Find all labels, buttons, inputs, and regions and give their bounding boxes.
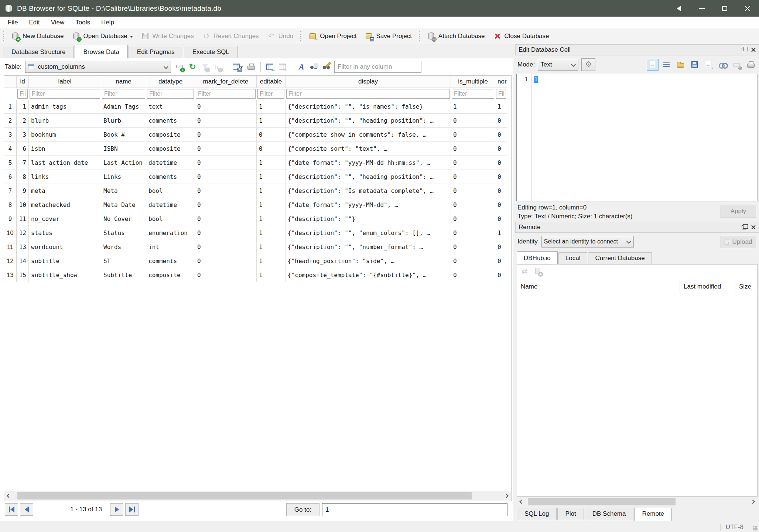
sort-records-button[interactable]: − — [213, 62, 222, 71]
column-header-name[interactable]: name — [101, 76, 146, 88]
column-header-normalized[interactable]: normalized — [495, 76, 507, 88]
cell-normalized[interactable]: 0 — [495, 240, 507, 254]
cell-id[interactable]: 14 — [17, 254, 29, 268]
filter-input-display[interactable] — [286, 89, 450, 99]
cell-display[interactable]: {"description": "", "number_format": … — [286, 240, 451, 254]
cell-name[interactable]: ISBN — [101, 142, 146, 156]
cell-editable[interactable]: 1 — [257, 268, 286, 282]
cell-datatype[interactable]: bool — [146, 184, 195, 198]
revert-changes-button[interactable]: Revert Changes — [198, 30, 263, 43]
cell-normalized[interactable]: 0 — [495, 114, 507, 128]
column-header-label[interactable]: label — [29, 76, 101, 88]
cell-id[interactable]: 11 — [17, 212, 29, 226]
cell-editable[interactable]: 1 — [257, 226, 286, 240]
mode-select[interactable]: Text — [538, 59, 578, 71]
scroll-right-icon[interactable] — [748, 497, 758, 506]
cell-label[interactable]: subtitle_show — [29, 268, 101, 282]
cell-editable[interactable]: 1 — [257, 254, 286, 268]
tab-execute-sql[interactable]: Execute SQL — [184, 46, 238, 58]
cell-label[interactable]: meta — [29, 184, 101, 198]
cell-id[interactable]: 10 — [17, 198, 29, 212]
column-header-id[interactable]: id — [17, 76, 29, 88]
goto-record-input[interactable] — [322, 503, 507, 516]
cell-display[interactable]: {"description": "", "heading_position": … — [286, 170, 451, 184]
cell-editable[interactable]: 1 — [257, 198, 286, 212]
cell-label[interactable]: status — [29, 226, 101, 240]
column-header-mark_for_delete[interactable]: mark_for_delete — [195, 76, 257, 88]
tab-browse-data[interactable]: Browse Data — [75, 45, 127, 58]
cell-datatype[interactable]: composite — [146, 128, 195, 142]
float-dock-icon[interactable] — [742, 225, 746, 229]
cell-is_multiple[interactable]: 0 — [451, 240, 495, 254]
insert-row-button[interactable]: ← — [266, 62, 274, 71]
cell-datatype[interactable]: comments — [146, 170, 195, 184]
cell-mark_for_delete[interactable]: 0 — [195, 226, 257, 240]
cell-id[interactable]: 1 — [17, 100, 29, 114]
refresh-button[interactable] — [188, 62, 197, 71]
cell-label[interactable]: last_action_date — [29, 156, 101, 170]
cell-name[interactable]: Book # — [101, 128, 146, 142]
cell-name[interactable]: Admin Tags — [101, 100, 146, 114]
cell-label[interactable]: admin_tags — [29, 100, 101, 114]
menu-view[interactable]: View — [45, 17, 70, 28]
cell-display[interactable]: {"description": ""} — [286, 212, 451, 226]
remote-list-column-size[interactable]: Size — [735, 280, 757, 293]
filter-input-label[interactable] — [30, 89, 100, 99]
tab-edit-pragmas[interactable]: Edit Pragmas — [129, 46, 183, 58]
resize-grip-icon[interactable] — [753, 526, 758, 531]
remote-list-column-name[interactable]: Name — [517, 280, 680, 293]
cell-normalized[interactable]: 1 — [495, 100, 507, 114]
cell-name[interactable]: Subtitle — [101, 268, 146, 282]
cell-label[interactable]: booknum — [29, 128, 101, 142]
open-database-button[interactable]: →Open Database — [68, 30, 137, 43]
scroll-left-icon[interactable] — [4, 491, 14, 500]
scrollbar-thumb[interactable] — [528, 498, 676, 505]
cell-is_multiple[interactable]: 0 — [451, 212, 495, 226]
cell-name[interactable]: Meta — [101, 184, 146, 198]
cell-normalized[interactable]: 0 — [495, 268, 507, 282]
cell-datatype[interactable]: comments — [146, 254, 195, 268]
grid-corner-cell[interactable] — [4, 76, 17, 88]
titlebar[interactable]: DB Browser for SQLite - D:\Calibre\Libra… — [0, 0, 759, 17]
remote-tab-current-database[interactable]: Current Database — [588, 252, 652, 264]
cell-id[interactable]: 2 — [17, 114, 29, 128]
cell-is_multiple[interactable]: 0 — [451, 198, 495, 212]
save-table-button[interactable] — [232, 62, 243, 71]
cell-id[interactable]: 9 — [17, 184, 29, 198]
cell-datatype[interactable]: enumeration — [146, 226, 195, 240]
save-project-button[interactable]: Save Project — [360, 30, 416, 43]
remote-horizontal-scrollbar[interactable] — [517, 497, 758, 506]
cell-display[interactable]: {"composite_template": "{#subtitle}", … — [286, 268, 451, 282]
cell-editable[interactable]: 0 — [257, 142, 286, 156]
remote-tab-dbhub-io[interactable]: DBHub.io — [517, 251, 558, 264]
cell-display[interactable]: {"heading_position": "side", … — [286, 254, 451, 268]
cell-editable[interactable]: 1 — [257, 184, 286, 198]
filter-any-column-input[interactable] — [334, 61, 421, 73]
column-header-editable[interactable]: editable — [257, 76, 286, 88]
print-records-button[interactable] — [247, 62, 256, 71]
undo-button[interactable]: Undo — [263, 30, 298, 43]
cell-is_multiple[interactable]: 0 — [451, 226, 495, 240]
cell-id[interactable]: 12 — [17, 226, 29, 240]
cell-label[interactable]: isbn — [29, 142, 101, 156]
reload-remote-button[interactable] — [520, 267, 529, 277]
maximize-icon[interactable] — [713, 0, 736, 17]
remote-tab-local[interactable]: Local — [558, 252, 588, 264]
cell-datatype[interactable]: composite — [146, 268, 195, 282]
cell-mark_for_delete[interactable]: 0 — [195, 100, 257, 114]
last-record-button[interactable] — [125, 503, 139, 516]
cell-normalized[interactable]: 0 — [495, 184, 507, 198]
goto-button[interactable]: Go to: — [286, 503, 319, 516]
cell-editable[interactable]: 1 — [257, 240, 286, 254]
menu-edit[interactable]: Edit — [23, 17, 45, 28]
cell-label[interactable]: subtitle — [29, 254, 101, 268]
cell-display[interactable]: {"composite_show_in_comments": false, … — [286, 128, 451, 142]
dock-tab-sql-log[interactable]: SQL Log — [517, 508, 557, 520]
cell-datatype[interactable]: datetime — [146, 156, 195, 170]
cell-is_multiple[interactable]: 0 — [451, 170, 495, 184]
export-data-button[interactable] — [689, 59, 701, 71]
dock-tab-remote[interactable]: Remote — [634, 508, 672, 521]
next-record-button[interactable] — [110, 503, 123, 516]
cell-name[interactable]: Words — [101, 240, 146, 254]
menu-tools[interactable]: Tools — [70, 17, 96, 28]
